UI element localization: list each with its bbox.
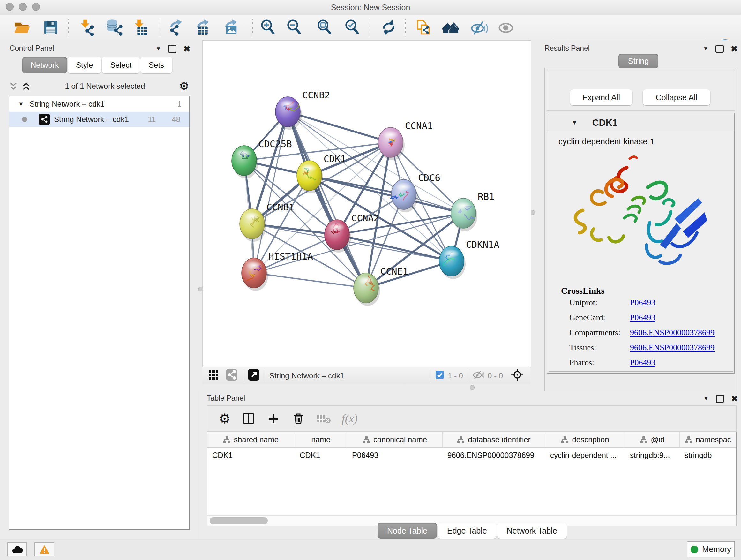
control-panel-tabs: Network Style Select Sets xyxy=(22,57,172,73)
table-cell[interactable]: stringdb:9... xyxy=(625,447,679,463)
expand-all-icon[interactable] xyxy=(21,81,31,91)
collapse-all-button[interactable]: Collapse All xyxy=(643,89,711,105)
network-edge-CCNA2-CDKN1A[interactable] xyxy=(337,235,452,261)
float-panel-icon[interactable] xyxy=(168,45,177,53)
tab-style[interactable]: Style xyxy=(68,57,101,73)
string-network-graph[interactable]: CCNB2CCNA1CDC25BCDK1CDC6RB1CCNB1CCNA2CDK… xyxy=(203,41,530,366)
cloud-status-button[interactable] xyxy=(7,543,27,557)
apply-layout-button[interactable] xyxy=(379,17,399,38)
node-label-CCNB2: CCNB2 xyxy=(302,90,330,101)
network-edge-CDKN1A-CCNE1[interactable] xyxy=(366,261,452,288)
table-cell[interactable]: P06493 xyxy=(347,447,442,463)
crosslink-link[interactable]: P06493 xyxy=(630,298,655,307)
hidden-eye-icon xyxy=(472,370,484,381)
clone-network-button[interactable] xyxy=(414,17,434,38)
table-toolbar: ⚙ f(x) xyxy=(207,406,737,432)
warning-status-button[interactable] xyxy=(35,543,54,557)
table-cell[interactable]: cyclin-dependent ... xyxy=(545,447,625,463)
string-network-icon xyxy=(39,114,50,125)
zoom-in-button[interactable] xyxy=(258,17,278,38)
export-table-button[interactable] xyxy=(193,17,214,38)
column-header--id[interactable]: @id xyxy=(625,432,679,447)
network-edge-CCNB2-CCNA1[interactable] xyxy=(288,112,391,142)
crosslink-link[interactable]: P06493 xyxy=(630,358,655,368)
network-edge-HIST1H1A-CCNE1[interactable] xyxy=(254,273,366,288)
node-label-CDK1: CDK1 xyxy=(324,153,346,165)
open-in-string-icon[interactable] xyxy=(247,368,260,383)
panel-menu-icon[interactable]: ▼ xyxy=(703,46,709,52)
hidden-count: 0 - 0 xyxy=(488,371,503,380)
scrollbar-thumb[interactable] xyxy=(210,517,268,524)
collapse-all-icon[interactable] xyxy=(9,81,18,91)
float-panel-icon[interactable] xyxy=(716,45,724,53)
node-label-HIST1H1A: HIST1H1A xyxy=(268,251,313,262)
zoom-fit-button[interactable] xyxy=(314,17,334,38)
column-header-canonical-name[interactable]: canonical name xyxy=(347,432,442,447)
node-label-CCNB1: CCNB1 xyxy=(266,202,294,212)
network-canvas[interactable]: CCNB2CCNA1CDC25BCDK1CDC6RB1CCNB1CCNA2CDK… xyxy=(202,40,531,367)
import-network-file-button[interactable] xyxy=(77,17,98,38)
splitter-left[interactable] xyxy=(198,40,202,391)
network-edge-CCNB2-HIST1H1A[interactable] xyxy=(254,112,288,273)
tab-edge-table[interactable]: Edge Table xyxy=(437,523,496,539)
export-network-button[interactable] xyxy=(166,17,187,38)
status-bar: Memory xyxy=(0,539,741,560)
column-header-shared-name[interactable]: shared name xyxy=(207,432,294,447)
crosslink-link[interactable]: 9606.ENSP00000378699 xyxy=(630,328,715,337)
results-button-row: Expand All Collapse All xyxy=(547,70,735,111)
column-header-namespac[interactable]: namespac xyxy=(679,432,736,447)
node-label-CDC25B: CDC25B xyxy=(259,138,292,149)
tab-select[interactable]: Select xyxy=(102,57,140,73)
open-session-button[interactable] xyxy=(11,17,32,38)
crosslink-link[interactable]: P06493 xyxy=(630,313,655,322)
table-tabs: Node Table Edge Table Network Table xyxy=(378,523,567,539)
network-row-selected[interactable]: String Network – cdk1 11 48 xyxy=(9,112,189,127)
table-cell[interactable]: stringdb xyxy=(679,447,736,463)
export-image-button[interactable] xyxy=(221,17,242,38)
close-panel-icon[interactable]: ✖ xyxy=(184,46,191,52)
table-cell[interactable]: 9606.ENSP00000378699 xyxy=(442,447,545,463)
string-home-button[interactable] xyxy=(441,17,461,38)
node-label-CCNA2: CCNA2 xyxy=(351,212,379,224)
gear-icon[interactable]: ⚙ xyxy=(179,79,189,93)
table-settings-gear-icon[interactable]: ⚙ xyxy=(219,411,231,427)
tab-string[interactable]: String xyxy=(618,54,658,68)
selected-checkbox-icon[interactable] xyxy=(435,370,445,381)
fit-selected-crosshair-icon[interactable] xyxy=(511,368,524,383)
import-network-database-button[interactable] xyxy=(105,17,125,38)
collapse-row-icon[interactable]: ▼ xyxy=(18,101,24,108)
splitter-grip[interactable] xyxy=(470,385,475,390)
panel-menu-icon[interactable]: ▼ xyxy=(156,46,161,52)
close-panel-icon[interactable]: ✖ xyxy=(731,46,738,52)
column-header-database-identifier[interactable]: database identifier xyxy=(442,432,545,447)
table-cell[interactable]: CDK1 xyxy=(207,447,294,463)
network-collection-row[interactable]: ▼ String Network – cdk1 1 xyxy=(9,97,189,112)
cdk1-card-body: cyclin-dependent kinase 1 xyxy=(549,132,733,372)
node-label-RB1: RB1 xyxy=(478,191,494,202)
graphics-details-button[interactable] xyxy=(468,17,489,38)
table-cell[interactable]: CDK1 xyxy=(294,447,347,463)
window-title: Session: New Session xyxy=(0,0,741,15)
tab-network-table[interactable]: Network Table xyxy=(497,523,567,539)
close-panel-icon[interactable]: ✖ xyxy=(731,395,738,402)
tab-network[interactable]: Network xyxy=(22,57,67,73)
tab-sets[interactable]: Sets xyxy=(140,57,172,73)
tab-node-table[interactable]: Node Table xyxy=(378,523,437,539)
panel-menu-icon[interactable]: ▼ xyxy=(703,395,709,402)
delete-icon[interactable] xyxy=(291,412,306,426)
expand-all-button[interactable]: Expand All xyxy=(570,89,632,105)
add-column-icon[interactable] xyxy=(266,412,280,426)
crosslink-link[interactable]: 9606.ENSP00000378699 xyxy=(630,343,715,353)
save-session-button[interactable] xyxy=(41,17,61,38)
network-label: String Network – cdk1 xyxy=(54,115,148,124)
birds-eye-view-icon[interactable] xyxy=(208,369,219,382)
memory-button[interactable]: Memory xyxy=(687,542,735,557)
column-header-description[interactable]: description xyxy=(545,432,625,447)
column-header-name[interactable]: name xyxy=(294,432,347,447)
import-table-file-button[interactable] xyxy=(131,17,151,38)
zoom-out-button[interactable] xyxy=(284,17,304,38)
float-panel-icon[interactable] xyxy=(716,395,724,403)
collapse-section-icon[interactable]: ▼ xyxy=(571,119,578,126)
zoom-selected-button[interactable] xyxy=(342,17,362,38)
show-columns-icon[interactable] xyxy=(242,412,256,426)
